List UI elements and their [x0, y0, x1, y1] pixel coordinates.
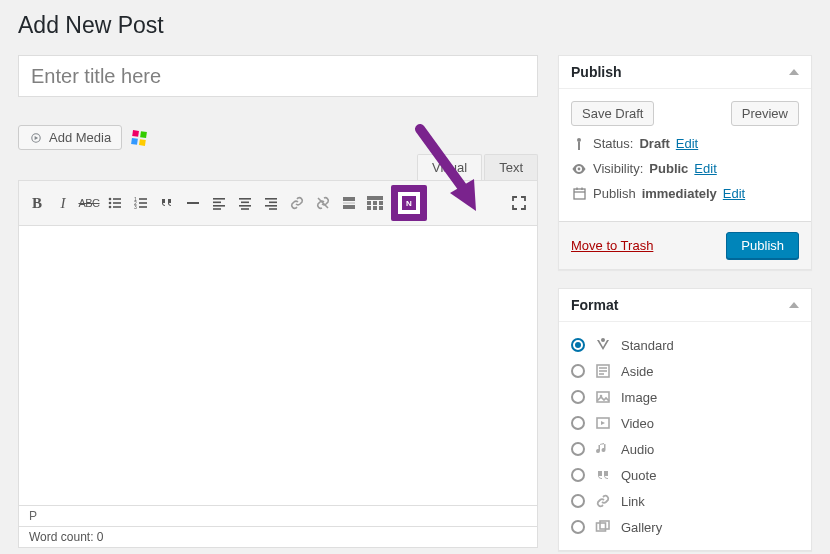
edit-schedule-link[interactable]: Edit — [723, 186, 745, 201]
audio-icon — [595, 441, 611, 457]
preview-button[interactable]: Preview — [731, 101, 799, 126]
windows-live-writer-icon[interactable] — [131, 130, 147, 146]
format-option-link[interactable]: Link — [571, 488, 799, 514]
svg-rect-37 — [373, 206, 377, 210]
list-ol-icon: 123 — [134, 196, 148, 210]
panel-collapse-toggle[interactable] — [789, 302, 799, 308]
svg-rect-19 — [213, 208, 221, 210]
format-radio[interactable] — [571, 468, 585, 482]
toolbar-unlink-button[interactable] — [311, 190, 335, 216]
svg-rect-22 — [239, 205, 251, 207]
calendar-icon — [571, 187, 587, 200]
media-icon — [29, 131, 43, 145]
format-option-video[interactable]: Video — [571, 410, 799, 436]
toolbar-link-button[interactable] — [285, 190, 309, 216]
svg-rect-25 — [269, 202, 277, 204]
format-option-gallery[interactable]: Gallery — [571, 514, 799, 540]
svg-point-3 — [109, 198, 112, 201]
svg-rect-18 — [213, 205, 225, 207]
format-option-standard[interactable]: Standard — [571, 332, 799, 358]
svg-point-46 — [601, 338, 605, 342]
format-option-audio[interactable]: Audio — [571, 436, 799, 462]
toolbar-italic-button[interactable]: I — [51, 190, 75, 216]
svg-rect-42 — [574, 189, 585, 199]
format-radio[interactable] — [571, 338, 585, 352]
format-radio[interactable] — [571, 416, 585, 430]
svg-rect-15 — [187, 202, 199, 204]
align-left-icon — [212, 196, 226, 210]
align-right-icon — [264, 196, 278, 210]
svg-rect-40 — [578, 142, 580, 150]
toolbar-fullscreen-button[interactable] — [507, 190, 531, 216]
format-option-aside[interactable]: Aside — [571, 358, 799, 384]
toolbar-align-right-button[interactable] — [259, 190, 283, 216]
format-radio[interactable] — [571, 390, 585, 404]
onenote-plugin-button[interactable]: N — [391, 185, 427, 221]
svg-point-5 — [109, 202, 112, 205]
publish-button[interactable]: Publish — [726, 232, 799, 259]
visibility-icon — [571, 164, 587, 174]
svg-rect-24 — [265, 198, 277, 200]
format-radio[interactable] — [571, 364, 585, 378]
toolbar-hr-button[interactable] — [181, 190, 205, 216]
format-radio[interactable] — [571, 520, 585, 534]
move-to-trash-link[interactable]: Move to Trash — [571, 238, 653, 253]
add-media-label: Add Media — [49, 130, 111, 145]
toolbar-bold-button[interactable]: B — [25, 190, 49, 216]
svg-rect-33 — [367, 201, 371, 205]
svg-rect-20 — [239, 198, 251, 200]
edit-visibility-link[interactable]: Edit — [694, 161, 716, 176]
editor-word-count: Word count: 0 — [18, 527, 538, 548]
toolbar-read-more-button[interactable] — [337, 190, 361, 216]
svg-rect-8 — [113, 206, 121, 208]
toolbar-blockquote-button[interactable] — [155, 190, 179, 216]
visibility-value: Public — [649, 161, 688, 176]
aside-icon — [595, 363, 611, 379]
svg-rect-10 — [139, 198, 147, 200]
svg-point-41 — [578, 167, 581, 170]
schedule-prefix: Publish — [593, 186, 636, 201]
svg-rect-51 — [597, 392, 609, 402]
format-label: Quote — [621, 468, 656, 483]
schedule-value: immediately — [642, 186, 717, 201]
format-label: Video — [621, 416, 654, 431]
svg-rect-26 — [265, 205, 277, 207]
post-title-input[interactable] — [18, 55, 538, 97]
format-option-quote[interactable]: Quote — [571, 462, 799, 488]
add-media-button[interactable]: Add Media — [18, 125, 122, 150]
format-list: StandardAsideImageVideoAudioQuoteLinkGal… — [559, 322, 811, 550]
svg-rect-6 — [113, 202, 121, 204]
link-icon — [595, 493, 611, 509]
editor-toolbar: B I ABC 123 — [18, 180, 538, 226]
toolbar-toggle-button[interactable] — [363, 190, 387, 216]
image-icon — [595, 389, 611, 405]
read-more-icon — [342, 196, 356, 210]
svg-rect-32 — [367, 196, 383, 200]
format-panel: Format StandardAsideImageVideoAudioQuote… — [558, 288, 812, 551]
gallery-icon — [595, 519, 611, 535]
svg-rect-4 — [113, 198, 121, 200]
format-radio[interactable] — [571, 442, 585, 456]
quote-icon — [160, 196, 174, 210]
unlink-icon — [316, 196, 330, 210]
format-radio[interactable] — [571, 494, 585, 508]
toolbar-strikethrough-button[interactable]: ABC — [77, 190, 101, 216]
panel-collapse-toggle[interactable] — [789, 69, 799, 75]
svg-rect-35 — [379, 201, 383, 205]
format-option-image[interactable]: Image — [571, 384, 799, 410]
svg-rect-16 — [213, 198, 225, 200]
toolbar-bulleted-list-button[interactable] — [103, 190, 127, 216]
toolbar-numbered-list-button[interactable]: 123 — [129, 190, 153, 216]
svg-rect-38 — [379, 206, 383, 210]
format-label: Audio — [621, 442, 654, 457]
editor-tab-text[interactable]: Text — [484, 154, 538, 180]
publish-panel: Publish Save Draft Preview Status: Draft — [558, 55, 812, 270]
save-draft-button[interactable]: Save Draft — [571, 101, 654, 126]
toolbar-align-left-button[interactable] — [207, 190, 231, 216]
format-label: Aside — [621, 364, 654, 379]
editor-tab-visual[interactable]: Visual — [417, 154, 482, 180]
align-center-icon — [238, 196, 252, 210]
edit-status-link[interactable]: Edit — [676, 136, 698, 151]
toolbar-align-center-button[interactable] — [233, 190, 257, 216]
editor-content-area[interactable] — [18, 226, 538, 506]
